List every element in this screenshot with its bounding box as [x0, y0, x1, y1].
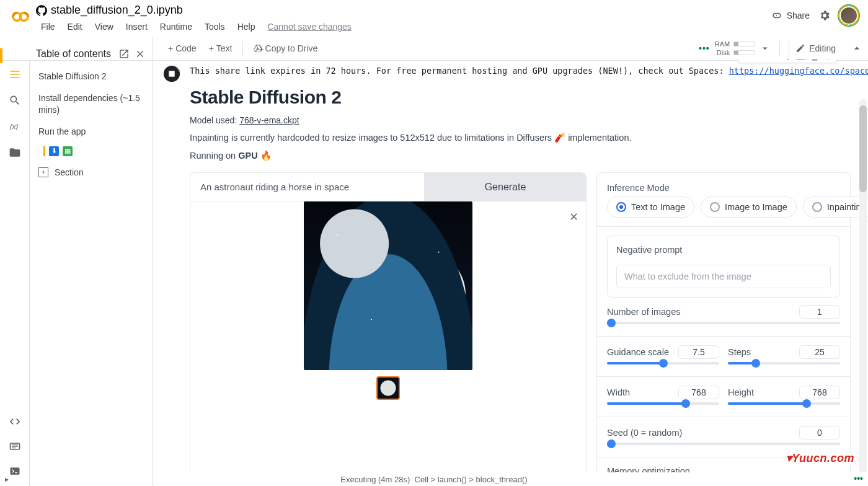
- cell-output-line: This share link expires in 72 hours. For…: [190, 66, 851, 76]
- avatar[interactable]: [839, 6, 858, 25]
- mode-image-to-image[interactable]: Image to Image: [701, 197, 797, 218]
- sidebar-title: Table of contents: [36, 48, 111, 60]
- scrollbar-thumb[interactable]: [859, 105, 867, 192]
- negative-prompt-input[interactable]: What to exclude from the image: [616, 265, 831, 288]
- add-section-button[interactable]: + Section: [30, 160, 152, 181]
- generate-button[interactable]: Generate: [425, 173, 586, 201]
- spaces-link[interactable]: https://huggingface.co/spaces: [729, 66, 868, 76]
- menu-edit[interactable]: Edit: [63, 19, 87, 34]
- height-slider[interactable]: [728, 399, 840, 408]
- gear-icon[interactable]: [818, 9, 831, 22]
- seed-value[interactable]: 0: [799, 426, 840, 440]
- steps-group: Steps25: [728, 345, 840, 368]
- mirror-cell-icon[interactable]: [795, 60, 807, 61]
- code-cell: This share link expires in 72 hours. For…: [165, 66, 851, 472]
- toc-item-run[interactable]: Run the app: [30, 121, 152, 143]
- status-path: Cell > launch() > block_thread(): [415, 475, 528, 484]
- link-icon: [771, 9, 783, 22]
- guidance-group: Guidance scale7.5: [607, 345, 719, 368]
- cell-link-icon[interactable]: [768, 60, 779, 61]
- seed-group: Seed (0 = random)0: [607, 426, 840, 448]
- cell-settings-icon[interactable]: [782, 60, 793, 61]
- num-images-slider[interactable]: [607, 319, 840, 327]
- more-icon[interactable]: [823, 60, 834, 61]
- menu-help[interactable]: Help: [232, 19, 260, 34]
- menu-insert[interactable]: Insert: [121, 19, 153, 34]
- app-title: Stable Diffusion 2: [190, 87, 851, 108]
- variables-icon[interactable]: {x}: [9, 120, 21, 133]
- settings-panel: Inference Mode Text to Image Image to Im…: [596, 172, 851, 472]
- status-expand-icon[interactable]: ▸: [5, 475, 9, 484]
- colab-logo: [9, 5, 32, 29]
- download-badge-icon: ⬇: [49, 146, 59, 156]
- menu-file[interactable]: File: [36, 19, 60, 34]
- negative-prompt-group: Negative prompt What to exclude from the…: [607, 236, 840, 298]
- guidance-value[interactable]: 7.5: [678, 345, 719, 359]
- image-badge-icon: ▦: [63, 146, 73, 156]
- files-icon[interactable]: [9, 146, 21, 159]
- toc-item-sd2[interactable]: Stable Diffusion 2: [30, 66, 152, 87]
- move-up-icon[interactable]: [741, 60, 752, 61]
- search-icon[interactable]: [9, 94, 21, 107]
- menu-tools[interactable]: Tools: [200, 19, 230, 34]
- main: This share link expires in 72 hours. For…: [153, 37, 868, 472]
- share-label: Share: [787, 11, 810, 20]
- output-image[interactable]: [304, 201, 472, 370]
- memory-opt-label: Memory optimization: [607, 466, 840, 472]
- svg-text:{x}: {x}: [9, 122, 18, 130]
- cell-toolbar: [738, 60, 837, 63]
- svg-rect-11: [169, 71, 174, 76]
- steps-slider[interactable]: [728, 359, 840, 368]
- header: stable_diffusion_2_0.ipynb File Edit Vie…: [0, 0, 868, 36]
- close-icon[interactable]: [135, 48, 146, 60]
- num-images-group: Number of images1: [607, 305, 840, 327]
- toc-item-sub[interactable]: ⬇ ▦: [30, 143, 152, 160]
- watermark: ▾Yuucn.com: [786, 451, 854, 465]
- toc-item-install[interactable]: Install dependencies (~1.5 mins): [30, 87, 152, 121]
- code-snippets-icon[interactable]: [9, 415, 21, 428]
- sidebar: Table of contents Stable Diffusion 2 Ins…: [30, 37, 153, 486]
- plus-icon: +: [38, 167, 48, 177]
- save-notice: Cannot save changes: [262, 19, 356, 34]
- inpaint-note: Inpainting is currently hardcoded to res…: [190, 133, 851, 143]
- menu-view[interactable]: View: [90, 19, 118, 34]
- output-panel: An astronaut riding a horse in space Gen…: [190, 172, 587, 472]
- width-value[interactable]: 768: [678, 386, 719, 399]
- run-cell-button[interactable]: [162, 64, 181, 83]
- running-on: Running on GPU 🔥: [190, 151, 851, 161]
- menu-runtime[interactable]: Runtime: [155, 19, 197, 34]
- height-value[interactable]: 768: [799, 386, 840, 399]
- model-link[interactable]: 768-v-ema.ckpt: [239, 115, 299, 125]
- steps-value[interactable]: 25: [799, 345, 840, 359]
- github-icon: [36, 5, 47, 16]
- menu-bar: File Edit View Insert Runtime Tools Help…: [36, 17, 771, 35]
- width-group: Width768: [607, 386, 719, 408]
- status-bar: ▸ Executing (4m 28s) Cell > launch() > b…: [0, 472, 868, 486]
- command-palette-icon[interactable]: [9, 440, 21, 453]
- notebook-title[interactable]: stable_diffusion_2_0.ipynb: [51, 4, 183, 17]
- share-button[interactable]: Share: [771, 9, 810, 22]
- output-thumbnail[interactable]: [376, 376, 400, 400]
- mode-text-to-image[interactable]: Text to Image: [607, 197, 694, 218]
- toc-icon[interactable]: [9, 68, 21, 81]
- status-executing: Executing (4m 28s): [340, 475, 410, 484]
- seed-slider[interactable]: [607, 440, 840, 448]
- delete-cell-icon[interactable]: [809, 60, 820, 61]
- svg-point-9: [828, 60, 830, 60]
- mode-inpainting[interactable]: Inpainting: [803, 197, 868, 218]
- left-gutter: {x}: [0, 61, 30, 486]
- guidance-slider[interactable]: [607, 359, 719, 368]
- gallery-close-icon[interactable]: ✕: [569, 210, 578, 224]
- inference-mode-label: Inference Mode: [607, 183, 840, 193]
- gradio-app: Stable Diffusion 2 Model used: 768-v-ema…: [190, 87, 851, 472]
- move-to-tab-icon[interactable]: [118, 48, 130, 60]
- prompt-input[interactable]: An astronaut riding a horse in space: [190, 173, 425, 201]
- height-group: Height768: [728, 386, 840, 408]
- width-slider[interactable]: [607, 399, 719, 408]
- num-images-value[interactable]: 1: [799, 305, 840, 319]
- move-down-icon[interactable]: [755, 60, 766, 61]
